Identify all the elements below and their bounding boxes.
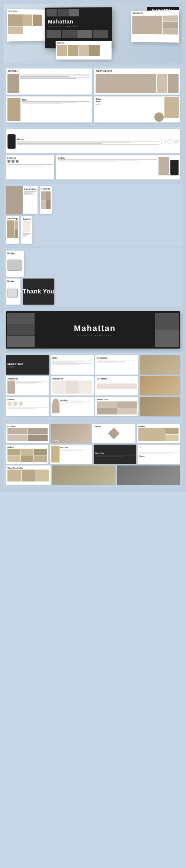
main-container: MAHATTAN KEYNOTE TEMPLATE Our Team [0,0,186,492]
hero-section: MAHATTAN KEYNOTE TEMPLATE Our Team [4,4,182,63]
slide-favorite: Favorite [40,186,51,214]
mini-slide-introducing: Introducing [95,355,138,375]
hero-slide-right: What We Do [131,10,179,43]
mini-slide-gallery: Gallery [137,424,180,443]
section-mahattan-hero: Mahattan KEYNOTE TEMPLATE [4,309,182,351]
thank-you-text: Thank You [23,288,54,295]
slide-tester: Tester IAS BRIGADELE [6,96,92,123]
mini-slide-our-team: Our Team [6,424,49,443]
slide-mockup-2: Mockup [56,155,180,179]
slide-meet-client: Meet Client [94,69,180,95]
slide-mockup-tablet-1: Mockup [6,251,24,277]
hero-slides-3d: Our Team Mahattan KEYNOTE TEMPLATE [7,7,179,60]
slide-modern: Modern [6,69,92,95]
section-grid-1: Mahattan KEYNOTE Hello Introducing [4,353,182,420]
mini-slide-mahattan: Mahattan KEYNOTE [6,355,49,375]
mini-slide-like-coffee: Like Coffee [50,445,92,464]
slide-our-shop: Our Shop [6,216,19,244]
mini-slide-meetup: Meet Up [51,424,91,443]
mini-slide-hello: Hello [51,355,94,375]
mini-slide-quote: " Quote [138,445,180,464]
mini-slide-coffee-image [52,465,115,485]
mini-slide-three-cup: Three Cup Coffee [6,465,51,485]
mini-slide-good-day: Good Day [94,445,136,464]
section-grid-2: Our Team Meet Up Concept Gallery [4,422,182,487]
section-mockup-thankyou: Mockup Mockup Mockup [4,248,182,307]
slide-follow-us: Follow Us [6,155,54,179]
slide-coffee-shop: CoffeeShop ARAPS [94,96,180,123]
slide-mockup-tablet-2: Mockup [6,279,20,305]
mini-slide-barista: Barista Team [95,397,138,416]
mini-slide-what-we-do: What We Do [51,376,94,395]
slide-mahattan-dark: Mahattan KEYNOTE TEMPLATE [6,311,180,349]
slide-like-coffee: Like Coffee [6,186,38,214]
mini-slide-service: Service [6,397,49,416]
mini-slide-concept: Concept [92,424,135,443]
mini-slide-gallery-2: Gallery [6,445,48,464]
section-mockup-1: Mockup ○ ○ ○ Follow Us [4,127,182,182]
mini-slide-jack: Jack Jarvis [51,397,94,416]
mini-slide-dark-image [117,465,180,485]
slide-layout: Layout [21,216,32,244]
slide-thank-you: Thank You [23,279,54,305]
slide-mockup-phone: Mockup ○ ○ ○ [6,129,180,153]
mini-slide-about: About Slide [6,376,49,395]
hero-slide-bottom: Favorite [56,41,112,60]
section-modern: Modern Meet Client [4,66,182,125]
section-coffee: Like Coffee Favorite [4,184,182,246]
mahattan-title: Mahattan [74,324,116,333]
mini-slide-image-3 [140,397,180,416]
mini-slide-on-process: On Process [95,376,138,395]
mini-slide-image-1 [140,355,180,375]
mini-slide-image-2 [140,376,180,395]
